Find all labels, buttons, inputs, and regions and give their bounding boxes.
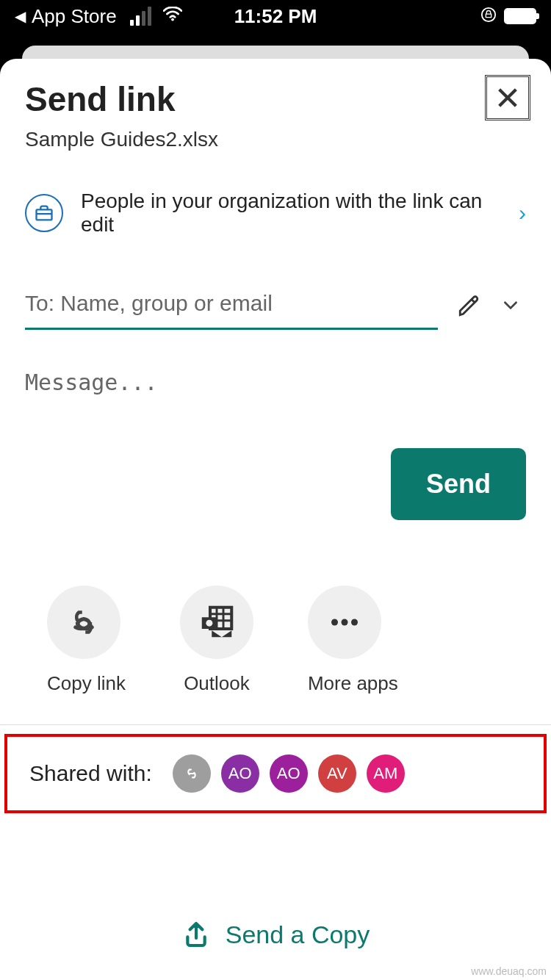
back-app-label[interactable]: App Store bbox=[32, 5, 117, 28]
signal-icon bbox=[130, 7, 151, 26]
outlook-label: Outlook bbox=[180, 672, 253, 695]
clock: 11:52 PM bbox=[234, 5, 317, 28]
user-avatar[interactable]: AO bbox=[270, 754, 308, 793]
shared-with-row[interactable]: Shared with: AOAOAVAM bbox=[4, 734, 547, 813]
svg-point-0 bbox=[171, 18, 174, 21]
send-button[interactable]: Send bbox=[391, 448, 526, 520]
send-copy-icon bbox=[181, 920, 211, 949]
briefcase-icon bbox=[25, 194, 63, 232]
svg-rect-2 bbox=[37, 209, 52, 220]
svg-point-8 bbox=[351, 619, 358, 626]
battery-icon bbox=[504, 8, 536, 24]
svg-point-5 bbox=[206, 620, 212, 627]
shared-with-label: Shared with: bbox=[29, 761, 152, 786]
filename-label: Sample Guides2.xlsx bbox=[25, 119, 243, 151]
message-input[interactable] bbox=[25, 370, 526, 458]
permission-text: People in your organization with the lin… bbox=[81, 190, 501, 237]
chevron-right-icon: › bbox=[519, 201, 526, 226]
user-avatar[interactable]: AV bbox=[318, 754, 356, 793]
copy-link-option[interactable]: Copy link bbox=[47, 586, 126, 695]
shared-link-avatar[interactable] bbox=[173, 754, 211, 793]
send-copy-button[interactable]: Send a Copy bbox=[0, 920, 551, 949]
rotation-lock-icon bbox=[480, 7, 497, 26]
watermark: www.deuaq.com bbox=[471, 965, 547, 977]
send-copy-label: Send a Copy bbox=[226, 920, 370, 949]
copy-link-label: Copy link bbox=[47, 672, 126, 695]
close-icon bbox=[495, 85, 520, 110]
more-apps-option[interactable]: More apps bbox=[308, 586, 398, 695]
divider bbox=[0, 724, 551, 725]
back-caret-icon: ◀ bbox=[15, 7, 26, 25]
user-avatar[interactable]: AO bbox=[221, 754, 259, 793]
more-apps-label: More apps bbox=[308, 672, 398, 695]
wifi-icon bbox=[163, 7, 182, 26]
outlook-option[interactable]: Outlook bbox=[180, 586, 253, 695]
svg-point-7 bbox=[341, 619, 347, 626]
outlook-icon bbox=[197, 602, 237, 642]
permission-row[interactable]: People in your organization with the lin… bbox=[0, 151, 551, 237]
share-sheet: Send link Sample Guides2.xlsx People in … bbox=[0, 59, 551, 980]
svg-point-1 bbox=[482, 7, 495, 21]
link-icon bbox=[64, 602, 104, 642]
recipient-input[interactable] bbox=[25, 284, 438, 330]
chevron-down-icon[interactable] bbox=[501, 293, 520, 320]
dialog-title: Send link bbox=[25, 79, 243, 119]
more-icon bbox=[325, 602, 364, 642]
svg-point-6 bbox=[331, 619, 338, 626]
status-bar: ◀ App Store 11:52 PM bbox=[0, 0, 551, 32]
user-avatar[interactable]: AM bbox=[367, 754, 405, 793]
pencil-icon[interactable] bbox=[457, 293, 482, 321]
share-options: Copy link Outlook More apps bbox=[0, 505, 551, 695]
close-button[interactable] bbox=[485, 75, 530, 120]
